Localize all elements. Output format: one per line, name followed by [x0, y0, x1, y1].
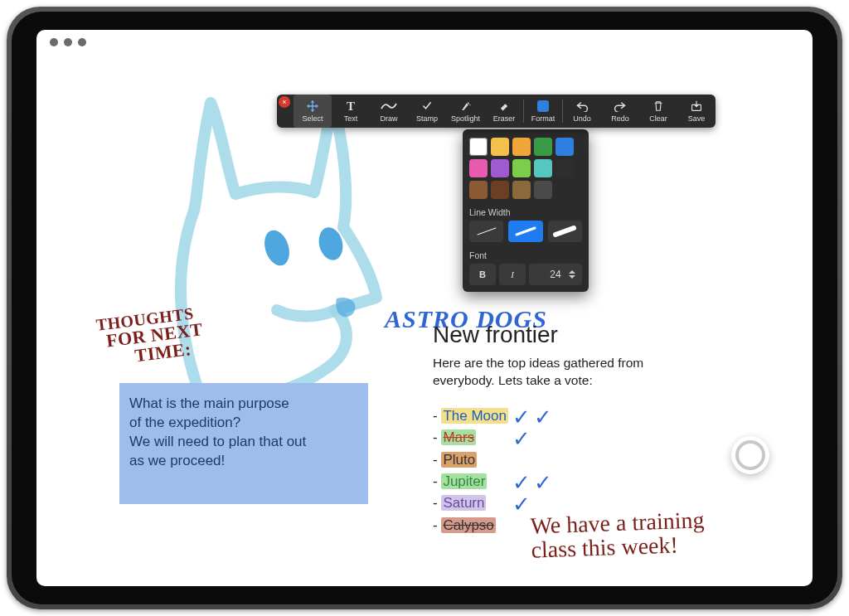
- color-swatch[interactable]: [491, 159, 509, 177]
- toolbar-spotlight-button[interactable]: Spotlight: [446, 95, 485, 128]
- spotlight-icon: [460, 99, 472, 113]
- traffic-close[interactable]: [50, 38, 58, 46]
- format-panel[interactable]: Line Width Font B I 24: [463, 129, 589, 292]
- ipad-frame: × SelectTTextDrawStampSpotlightEraserFor…: [7, 7, 842, 609]
- font-size-value: 24: [550, 269, 560, 280]
- color-swatch[interactable]: [512, 138, 531, 156]
- vote-option-name: Mars: [441, 429, 476, 445]
- line-width-option[interactable]: [548, 221, 582, 242]
- save-icon: [691, 99, 702, 113]
- vote-option: - Pluto: [433, 449, 508, 471]
- vote-option: - Jupiter✓✓: [433, 471, 508, 492]
- annotation-toolbar[interactable]: × SelectTTextDrawStampSpotlightEraserFor…: [277, 95, 716, 128]
- clear-icon: [653, 99, 663, 113]
- undo-icon: [575, 99, 589, 113]
- vote-option-name: Jupiter: [441, 473, 487, 489]
- note-textbox[interactable]: What is the main purpose of the expediti…: [119, 383, 368, 504]
- vote-checkmark: ✓: [534, 400, 552, 434]
- color-swatch[interactable]: [512, 159, 531, 177]
- vote-option: - Calypso: [433, 515, 508, 536]
- color-swatch[interactable]: [534, 181, 552, 199]
- bold-button[interactable]: B: [469, 264, 496, 285]
- color-swatch[interactable]: [555, 159, 574, 177]
- stamp-icon: [421, 99, 433, 113]
- svg-line-4: [517, 228, 535, 235]
- format-icon: [537, 99, 549, 113]
- close-icon: ×: [279, 96, 290, 108]
- color-swatch-grid[interactable]: [469, 138, 582, 199]
- color-swatch[interactable]: [469, 138, 488, 156]
- color-swatch[interactable]: [512, 181, 531, 199]
- vote-checkmark: ✓: [534, 466, 552, 499]
- toolbar-item-label: Spotlight: [451, 114, 480, 123]
- svg-line-3: [478, 228, 496, 235]
- color-swatch[interactable]: [491, 181, 509, 199]
- line-width-option[interactable]: [508, 221, 542, 242]
- text-icon: T: [347, 99, 355, 113]
- color-swatch[interactable]: [555, 138, 574, 156]
- assistive-touch-button[interactable]: [731, 436, 769, 474]
- toolbar-item-label: Stamp: [416, 114, 438, 123]
- toolbar-eraser-button[interactable]: Eraser: [485, 95, 523, 128]
- toolbar-item-label: Redo: [611, 114, 629, 123]
- screen: × SelectTTextDrawStampSpotlightEraserFor…: [36, 30, 813, 586]
- toolbar-item-label: Clear: [649, 114, 667, 123]
- intro-paragraph: Here are the top ideas gathered from eve…: [433, 355, 682, 390]
- line-width-group[interactable]: [469, 221, 582, 242]
- vote-checkmark: ✓: [512, 487, 531, 521]
- color-swatch[interactable]: [469, 181, 488, 199]
- toolbar-item-label: Select: [302, 114, 323, 123]
- vote-list: - The Moon✓✓- Mars✓- Pluto- Jupiter✓✓- S…: [433, 405, 508, 536]
- toolbar-redo-button[interactable]: Redo: [601, 95, 639, 128]
- vote-option-name: Calypso: [441, 517, 495, 533]
- toolbar-item-label: Text: [344, 114, 358, 123]
- window-traffic-lights: [50, 38, 86, 46]
- color-swatch[interactable]: [491, 138, 509, 156]
- color-swatch[interactable]: [469, 159, 488, 177]
- toolbar-select-button[interactable]: Select: [294, 95, 332, 128]
- toolbar-item-label: Draw: [380, 114, 397, 123]
- traffic-min[interactable]: [64, 38, 72, 46]
- vote-option: - Saturn✓: [433, 492, 508, 514]
- toolbar-item-label: Undo: [573, 114, 591, 123]
- toolbar-draw-button[interactable]: Draw: [370, 95, 408, 128]
- training-handwriting: We have a training class this week!: [530, 507, 706, 562]
- traffic-max[interactable]: [78, 38, 86, 46]
- svg-point-1: [469, 104, 470, 105]
- svg-point-6: [260, 227, 294, 269]
- toolbar-undo-button[interactable]: Undo: [563, 95, 601, 128]
- redo-icon: [614, 99, 627, 113]
- font-label: Font: [469, 250, 582, 260]
- vote-option: - Mars✓: [433, 427, 508, 449]
- toolbar-clear-button[interactable]: Clear: [639, 95, 677, 128]
- line-width-option[interactable]: [469, 221, 503, 242]
- vote-checkmark: ✓: [512, 422, 531, 455]
- vote-option: - The Moon✓✓: [433, 405, 508, 427]
- toolbar-item-label: Save: [688, 114, 706, 123]
- toolbar-save-button[interactable]: Save: [677, 95, 716, 128]
- bezel: × SelectTTextDrawStampSpotlightEraserFor…: [12, 12, 837, 604]
- toolbar-text-button[interactable]: TText: [332, 95, 370, 128]
- vote-option-name: Saturn: [441, 495, 486, 511]
- toolbar-stamp-button[interactable]: Stamp: [408, 95, 446, 128]
- vote-option-name: Pluto: [441, 452, 477, 468]
- italic-button[interactable]: I: [499, 264, 526, 285]
- draw-icon: [381, 99, 397, 113]
- toolbar-item-label: Eraser: [493, 114, 516, 123]
- toolbar-item-label: Format: [531, 114, 555, 123]
- eraser-icon: [498, 99, 510, 113]
- svg-line-5: [555, 228, 574, 235]
- color-swatch[interactable]: [534, 138, 552, 156]
- font-controls: B I 24: [469, 264, 582, 285]
- svg-point-0: [467, 102, 468, 104]
- color-swatch[interactable]: [534, 159, 552, 177]
- font-size-stepper[interactable]: 24: [529, 264, 582, 285]
- vote-option-name: The Moon: [441, 408, 508, 424]
- line-width-label: Line Width: [469, 207, 582, 217]
- toolbar-close-button[interactable]: ×: [279, 96, 294, 108]
- page-subtitle: New frontier: [433, 322, 558, 348]
- toolbar-format-button[interactable]: Format: [524, 95, 562, 128]
- move-icon: [307, 99, 318, 113]
